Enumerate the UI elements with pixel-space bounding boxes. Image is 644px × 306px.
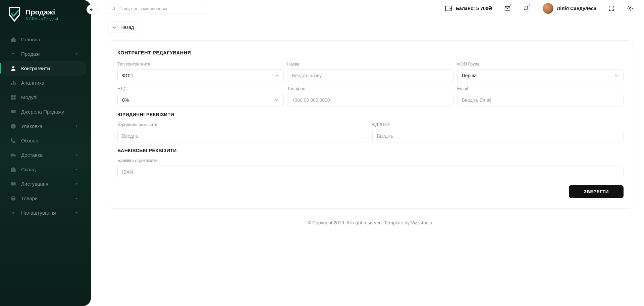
svg-rect-9	[11, 154, 14, 156]
sidebar-item-modules[interactable]: Модулі	[3, 90, 86, 104]
sidebar-label: Упаковка	[21, 123, 43, 129]
search-input[interactable]	[119, 6, 204, 11]
select-type[interactable]: ФОП	[117, 69, 284, 82]
sidebar-label: Головна	[21, 37, 40, 42]
unread-dot	[528, 4, 531, 6]
search-icon	[111, 6, 116, 11]
gear-icon	[627, 5, 634, 12]
label-email: Email	[457, 86, 624, 91]
svg-rect-8	[11, 110, 15, 113]
svg-rect-4	[11, 95, 13, 97]
sidebar-item-analytics[interactable]: Аналітика	[3, 76, 86, 90]
input-email[interactable]	[462, 97, 619, 103]
settings-button[interactable]	[627, 5, 634, 12]
chevron-down-icon	[74, 196, 79, 201]
search-wrap	[107, 4, 208, 13]
sidebar-item-sales[interactable]: Продажі	[3, 47, 86, 61]
svg-rect-5	[13, 95, 15, 97]
svg-rect-3	[14, 82, 15, 85]
input-name[interactable]	[292, 73, 449, 78]
sidebar-item-delivery[interactable]: Доставка	[3, 148, 86, 162]
sidebar-item-correspondence[interactable]: Листування	[3, 177, 86, 191]
save-button[interactable]: ЗБЕРЕГТИ	[569, 185, 624, 198]
select-group[interactable]: Перша	[457, 69, 624, 82]
modules-icon	[10, 94, 16, 100]
logo-icon	[7, 6, 22, 23]
svg-point-15	[13, 183, 13, 184]
sidebar-label: Модулі	[21, 94, 38, 100]
sidebar-item-home[interactable]: Головна	[3, 32, 86, 47]
sidebar-item-packaging[interactable]: Упаковка	[3, 119, 86, 133]
sidebar-item-warehouse[interactable]: Склад	[3, 162, 86, 177]
sidebar-label: Аналітика	[21, 80, 44, 86]
box-icon	[10, 123, 16, 129]
main: Баланс: 5 700₴ Лілія Сандулеса	[91, 0, 644, 306]
sidebar-label: Джерела Продажу	[21, 109, 64, 115]
arrow-left-icon	[89, 7, 94, 12]
sidebar-item-calls[interactable]: Обзвон	[3, 133, 86, 148]
fullscreen-icon	[608, 5, 615, 12]
input-legal[interactable]	[122, 133, 364, 139]
sidebar-collapse-button[interactable]	[87, 5, 96, 14]
chevron-down-icon	[74, 167, 79, 172]
chevron-down-icon	[614, 73, 619, 78]
messages-button[interactable]	[504, 5, 511, 12]
page-title: КОНТРАГЕНТ РЕДАГУВАННЯ	[117, 50, 624, 55]
chevron-down-icon	[74, 211, 79, 215]
notifications-button[interactable]	[523, 5, 530, 12]
svg-rect-1	[11, 83, 12, 85]
input-bank[interactable]	[122, 169, 619, 175]
svg-point-17	[12, 212, 14, 214]
svg-point-10	[11, 156, 12, 157]
sidebar-label: Листування	[21, 181, 48, 187]
chevron-down-icon	[74, 182, 79, 186]
wallet-icon	[445, 5, 452, 11]
chevron-down-icon	[74, 52, 79, 56]
arrow-left-icon	[112, 25, 117, 29]
sidebar-label: Склад	[21, 167, 36, 172]
fullscreen-button[interactable]	[608, 5, 615, 12]
sidebar-item-settings[interactable]: Налаштування	[3, 206, 86, 220]
brand-title: Продажі	[25, 8, 58, 16]
person-icon	[10, 65, 16, 72]
balance[interactable]: Баланс: 5 700₴	[445, 5, 492, 11]
mail-icon	[10, 181, 16, 187]
sidebar-label: Доставка	[21, 152, 43, 158]
back-button[interactable]: Назад	[107, 21, 140, 33]
sidebar-item-sales-sources[interactable]: Джерела Продажу	[3, 104, 86, 119]
chart-icon	[10, 80, 16, 86]
sidebar-item-counterparties[interactable]: Контрагенти	[3, 61, 86, 76]
label-bank: Банківські реквізити	[117, 158, 624, 163]
chevron-down-icon	[274, 73, 279, 78]
label-phone: Телефон	[287, 86, 453, 91]
legal-header: ЮРИДИЧНІ РЕКВІЗИТИ	[117, 112, 624, 117]
sidebar-item-goods[interactable]: Товари	[3, 191, 86, 206]
chevron-down-icon	[74, 153, 79, 158]
content: Назад КОНТРАГЕНТ РЕДАГУВАННЯ Тип контраг…	[91, 17, 644, 306]
select-type-value: ФОП	[122, 73, 133, 78]
svg-rect-6	[11, 97, 13, 99]
chevron-down-icon	[74, 124, 79, 129]
svg-point-0	[12, 66, 14, 68]
input-phone[interactable]	[292, 97, 449, 103]
home-icon	[10, 36, 16, 43]
sidebar-label: Продажі	[21, 51, 41, 57]
label-vat: НДС	[117, 86, 284, 91]
sidebar-label: Товари	[21, 195, 38, 201]
settings-icon	[10, 210, 16, 216]
user-name: Лілія Сандулеса	[557, 6, 596, 11]
svg-rect-12	[12, 170, 14, 172]
footer: © Copyright 2019. All right reserved. Te…	[107, 209, 634, 232]
input-edrpou[interactable]	[377, 133, 619, 139]
select-vat-value: 0%	[122, 97, 129, 103]
chevron-down-icon	[274, 98, 279, 102]
user-menu[interactable]: Лілія Сандулеса	[543, 3, 596, 14]
svg-point-16	[14, 183, 15, 184]
avatar	[543, 3, 553, 14]
logo[interactable]: Продажі Є CRM - є Продажі	[0, 6, 91, 29]
brand-subtitle: Є CRM - є Продажі	[25, 17, 58, 21]
select-vat[interactable]: 0%	[117, 94, 284, 106]
sidebar: Продажі Є CRM - є Продажі Головна Продаж…	[0, 0, 91, 306]
sidebar-label: Контрагенти	[21, 65, 50, 71]
form-card: КОНТРАГЕНТ РЕДАГУВАННЯ Тип контрагента Ф…	[107, 40, 634, 209]
